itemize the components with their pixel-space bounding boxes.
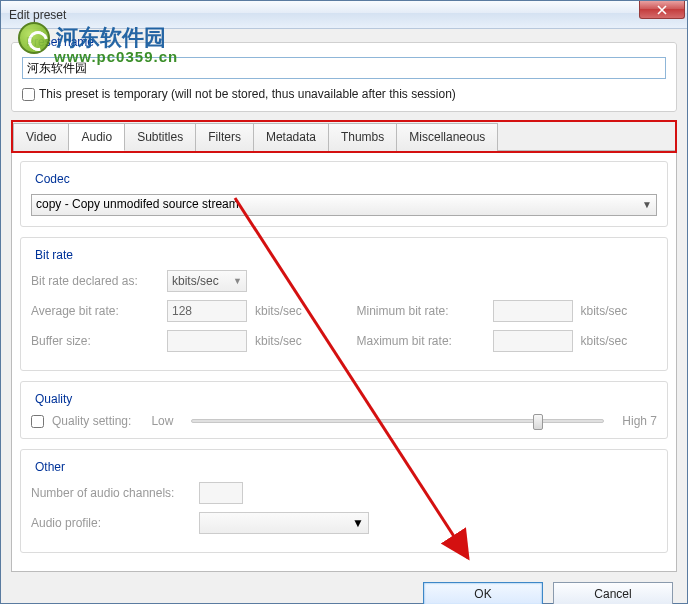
preset-name-group: Preset name This preset is temporary (wi… [11, 35, 677, 112]
tab-body: Codec copy - Copy unmodifed source strea… [11, 153, 677, 572]
tabs-container: Video Audio Subtitles Filters Metadata T… [11, 120, 677, 153]
quality-legend: Quality [31, 392, 76, 406]
max-bitrate-field[interactable] [493, 330, 573, 352]
audio-profile-label: Audio profile: [31, 516, 191, 530]
codec-select[interactable]: copy - Copy unmodifed source stream ▼ [31, 194, 657, 216]
quality-high-label: High 7 [622, 414, 657, 428]
window-title: Edit preset [9, 8, 66, 22]
tab-metadata[interactable]: Metadata [253, 123, 329, 151]
min-bitrate-label: Minimum bit rate: [357, 304, 487, 318]
max-bitrate-unit: kbits/sec [581, 334, 641, 348]
quality-low-label: Low [151, 414, 173, 428]
bitrate-declared-combo[interactable]: kbits/sec ▼ [167, 270, 247, 292]
bitrate-declared-label: Bit rate declared as: [31, 274, 161, 288]
codec-value: copy - Copy unmodifed source stream [36, 197, 239, 211]
other-legend: Other [31, 460, 69, 474]
tab-thumbs[interactable]: Thumbs [328, 123, 397, 151]
codec-legend: Codec [31, 172, 74, 186]
quality-setting-checkbox[interactable] [31, 415, 44, 428]
min-bitrate-field[interactable] [493, 300, 573, 322]
avg-bitrate-field[interactable] [167, 300, 247, 322]
chevron-down-icon: ▼ [642, 199, 652, 210]
temporary-checkbox[interactable] [22, 88, 35, 101]
chevron-down-icon: ▼ [233, 276, 242, 286]
content-area: Preset name This preset is temporary (wi… [1, 29, 687, 604]
avg-bitrate-label: Average bit rate: [31, 304, 161, 318]
close-button[interactable] [639, 1, 685, 19]
titlebar: Edit preset [1, 1, 687, 29]
cancel-button[interactable]: Cancel [553, 582, 673, 604]
tab-miscellaneous[interactable]: Miscellaneous [396, 123, 498, 151]
channels-label: Number of audio channels: [31, 486, 191, 500]
avg-bitrate-unit: kbits/sec [255, 304, 315, 318]
buffer-size-unit: kbits/sec [255, 334, 315, 348]
bitrate-group: Bit rate Bit rate declared as: kbits/sec… [20, 237, 668, 371]
tab-video[interactable]: Video [13, 123, 69, 151]
chevron-down-icon: ▼ [352, 516, 364, 530]
buffer-size-label: Buffer size: [31, 334, 161, 348]
tab-filters[interactable]: Filters [195, 123, 254, 151]
codec-group: Codec copy - Copy unmodifed source strea… [20, 161, 668, 227]
edit-preset-window: Edit preset Preset name This preset is t… [0, 0, 688, 604]
preset-name-input[interactable] [22, 57, 666, 79]
buffer-size-field[interactable] [167, 330, 247, 352]
tab-subtitles[interactable]: Subtitles [124, 123, 196, 151]
quality-slider-thumb[interactable] [533, 414, 543, 430]
tab-audio[interactable]: Audio [68, 123, 125, 151]
quality-group: Quality Quality setting: Low High 7 [20, 381, 668, 439]
other-group: Other Number of audio channels: Audio pr… [20, 449, 668, 553]
ok-button[interactable]: OK [423, 582, 543, 604]
quality-setting-label: Quality setting: [52, 414, 131, 428]
bitrate-declared-value: kbits/sec [172, 274, 219, 288]
max-bitrate-label: Maximum bit rate: [357, 334, 487, 348]
channels-field[interactable] [199, 482, 243, 504]
close-icon [657, 5, 667, 15]
window-controls [640, 1, 685, 19]
dialog-buttons: OK Cancel [11, 572, 677, 604]
preset-name-legend: Preset name [22, 35, 98, 49]
tab-strip: Video Audio Subtitles Filters Metadata T… [13, 122, 675, 151]
temporary-label: This preset is temporary (will not be st… [39, 87, 456, 101]
min-bitrate-unit: kbits/sec [581, 304, 641, 318]
quality-slider[interactable] [191, 419, 604, 423]
bitrate-legend: Bit rate [31, 248, 77, 262]
audio-profile-combo[interactable]: ▼ [199, 512, 369, 534]
